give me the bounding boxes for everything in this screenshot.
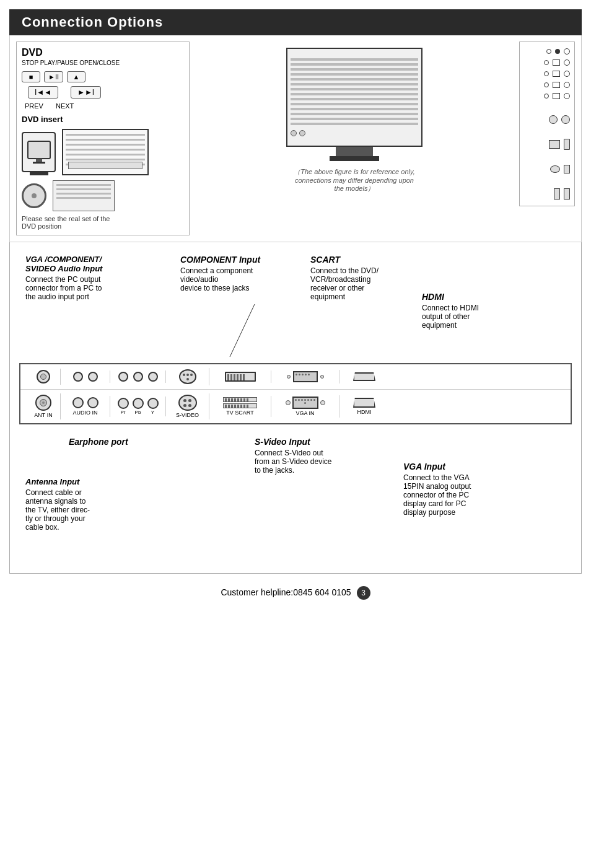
scart-title: SCART [310, 255, 409, 265]
panel-port-row-1 [524, 48, 570, 55]
page-title: Connection Options [9, 9, 582, 35]
port-group-vga-top [271, 370, 339, 384]
tv-base [330, 156, 379, 161]
connector-section: VGA /COMPONENT/ SVIDEO Audio Input Conne… [9, 242, 582, 574]
audio-r-port [87, 397, 98, 408]
prev-label: PREV [25, 102, 43, 110]
right-panel-diagram [519, 42, 575, 206]
svideo-port-top [179, 369, 196, 384]
audio-l-port [72, 397, 84, 408]
antenna-title: Antenna Input [25, 477, 90, 486]
scart-port-top [225, 372, 256, 382]
svg-rect-1 [36, 159, 42, 162]
svideo-port [178, 395, 197, 411]
panel-port-dot [544, 82, 549, 87]
vga-input-title: VGA Input [403, 462, 471, 471]
tv-reference-caption: （The above figure is for reference only,… [294, 167, 414, 193]
audio-in-label: AUDIO IN [72, 410, 97, 416]
hdmi-label: HDMI [357, 409, 372, 415]
svg-rect-2 [33, 162, 45, 164]
svg-line-3 [230, 304, 255, 357]
panel-port-row-7 [524, 139, 570, 150]
svideo-input-title: S-Video Input [255, 437, 332, 447]
connector-full-bar: ANT IN AUDIO IN [19, 363, 572, 424]
dvd-insert-label: DVD insert [22, 115, 184, 124]
customer-helpline: Customer helpline:0845 604 0105 [221, 587, 351, 597]
vga-trapezoid-top [293, 371, 318, 382]
port-group-audio-top [61, 370, 110, 383]
antenna-input-label: Antenna Input Connect cable orantenna si… [25, 477, 90, 532]
audio-in-ports [72, 397, 98, 408]
port-group-scart-bottom: TV SCART [209, 396, 271, 417]
svideo-input-desc: Connect S-Video outfrom an S-Video devic… [255, 449, 332, 475]
port-group-hdmi-bottom: HDMI [339, 397, 389, 416]
ant-in-port-top [37, 370, 50, 384]
audio-in-ports-top [73, 372, 98, 382]
next-label: NEXT [56, 102, 74, 110]
hdmi-port [353, 398, 375, 408]
svg-rect-0 [28, 141, 50, 159]
dvd-title: DVD [22, 47, 184, 58]
dvd-open-btn: ▲ [67, 71, 85, 82]
hdmi-label: HDMI Connect to HDMIoutput of otherequip… [422, 292, 546, 330]
component-desc: Connect a componentvideo/audiodevice to … [180, 266, 292, 292]
port-group-vga-bottom: VGA IN [271, 395, 339, 418]
page-number: 3 [357, 586, 370, 600]
port-group-audio-bottom: AUDIO IN [61, 396, 110, 417]
component-input-label: COMPONENT Input Connect a componentvideo… [180, 255, 292, 292]
component-title: COMPONENT Input [180, 255, 292, 265]
connector-top-labels: VGA /COMPONENT/ SVIDEO Audio Input Conne… [19, 255, 572, 360]
dvd-stop-btn: ■ [22, 71, 40, 82]
port-group-svideo-bottom: S-VIDEO [166, 393, 209, 419]
panel-port-row-3 [524, 71, 570, 77]
scart-label: SCART Connect to the DVD/VCR/broadcastin… [310, 255, 409, 301]
port-group-component-top [110, 370, 166, 383]
panel-port-sq [553, 82, 560, 88]
pr-port-top [118, 372, 128, 382]
panel-port-row-8 [524, 165, 570, 173]
tv-scart-label: TV SCART [226, 410, 253, 416]
antenna-desc: Connect cable orantenna signals tothe TV… [25, 488, 90, 532]
dvd-label-row: PREV NEXT [22, 102, 184, 110]
disc-icon [22, 183, 46, 208]
tv-sketch-icon [27, 140, 51, 165]
panel-port-row-2 [524, 59, 570, 66]
panel-port-dot [544, 71, 549, 76]
ports-top-row [20, 364, 571, 390]
dvd-subtitle: STOP PLAY/PAUSE OPEN/CLOSE [22, 59, 184, 66]
tv-sketch-small [22, 132, 56, 172]
hdmi-port-top [353, 372, 375, 381]
dvd-slot-sketch [53, 180, 115, 211]
svideo-input-label: S-Video Input Connect S-Video outfrom an… [255, 437, 332, 475]
port-group-ant-bottom: ANT IN [27, 393, 61, 419]
panel-port-circle [564, 71, 570, 77]
panel-port-sq [553, 93, 560, 99]
scart-desc: Connect to the DVD/VCR/broadcastingrecei… [310, 266, 409, 301]
component-ports-top [118, 372, 158, 382]
panel-ports-list [523, 45, 571, 203]
port-group-scart-top [209, 370, 271, 383]
port-group-component-bottom: Pr Pb Y [110, 397, 166, 416]
port-group-ant-top [27, 369, 61, 385]
vga-svideo-desc: Connect the PC outputconnector from a PC… [25, 275, 143, 301]
port-group-svideo-top [166, 368, 209, 385]
component-ports: Pr Pb Y [118, 398, 159, 415]
audio-r-port-top [88, 372, 98, 382]
panel-port-row-9 [524, 188, 570, 199]
vga-svideo-title: VGA /COMPONENT/ SVIDEO Audio Input [25, 255, 143, 273]
dvd-caption: Please see the real set of the DVD posit… [22, 215, 184, 230]
panel-port-dot [544, 60, 549, 65]
dvd-nav-row: I◄◄ ►►I [22, 86, 184, 99]
ant-in-label: ANT IN [34, 412, 52, 418]
bottom-labels-section: Earphone port Antenna Input Connect cabl… [19, 427, 572, 564]
earphone-port-title: Earphone port [69, 437, 128, 447]
y-port [147, 398, 159, 409]
panel-port-circle [564, 93, 570, 99]
pr-label: Pr [121, 410, 126, 415]
page-footer: Customer helpline:0845 604 0105 3 [0, 574, 591, 612]
ports-bottom-row: ANT IN AUDIO IN [20, 390, 571, 423]
vga-in-label: VGA IN [296, 410, 314, 416]
pr-port [118, 398, 129, 409]
panel-port-dot [546, 49, 551, 54]
dvd-bottom-sketch [22, 129, 184, 175]
